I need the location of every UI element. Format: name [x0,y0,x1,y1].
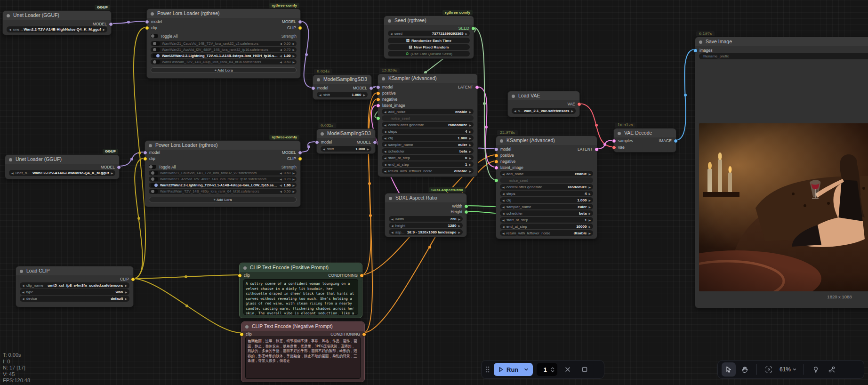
output-port-model[interactable] [369,86,373,90]
shift-widget[interactable]: ◀ shift 1.000 ▶ [317,92,368,97]
input-port-model[interactable] [143,151,147,155]
node-unet-loader-gguf-low[interactable]: GGUF Unet Loader (GGUF) MODEL ◀ unet_nam… [5,154,120,179]
lora-row[interactable]: Wan\Wan21_AccVid_I2V_480P_14B_lora_rank3… [149,176,297,182]
input-port-clip[interactable] [145,26,149,30]
node-canvas[interactable]: GGUF Unet Loader (GGUF) MODEL ◀ unet_nam… [0,0,868,385]
vae-name-widget[interactable]: ◀ va ... wan_2.1_vae.safetensors ▶ [512,108,576,114]
control-after-generate-widget[interactable]: ◀control after generaterandomize▶ [382,122,474,128]
toggle-all-row[interactable]: Toggle All Strength [151,33,297,39]
lora-row[interactable]: Wan\Wan21_CausVid_14B_T2V_lora_rank32_v2… [149,170,297,176]
pan-tool-button[interactable] [738,362,752,377]
use-last-queued-seed-button[interactable]: ♻ (Use Last Queued Seed) [388,51,470,56]
input-port-clip[interactable] [238,273,242,278]
input-port-model[interactable] [494,147,498,152]
start-at-step-widget[interactable]: ◀start_at_step1▶ [500,217,593,223]
count-down-icon[interactable] [551,370,555,372]
node-ksampler-advanced-1[interactable]: 13.039s KSampler (Advanced) model positi… [378,73,478,177]
node-load-clip[interactable]: Load CLIP CLIP ◀clip_nameumt5_xxl_fp8_e4… [16,266,134,307]
lora-row-enabled[interactable]: Wan\22\Wan2.2-Lightning_T2V-v1.1-A14B-4s… [151,53,297,58]
output-port-height[interactable] [464,210,468,214]
noise-seed-widget[interactable]: noise_seed [500,177,593,183]
lora-toggle[interactable] [151,183,158,187]
run-button[interactable]: Run [494,363,533,376]
lora-toggle[interactable] [153,41,160,46]
toggle-all-switch[interactable] [151,34,158,38]
select-tool-button[interactable] [722,362,736,377]
unet-name-widget[interactable]: ◀ unet_name Wan2.2-T2V-A14B-LowNoise-Q4_… [9,170,115,176]
output-port-latent[interactable] [595,147,599,152]
unet-name-widget[interactable]: ◀ unet_name Wan2.2-T2V-A14B-HighNoise-Q4… [7,26,107,32]
input-port-model[interactable] [315,140,319,144]
return-leftover-noise-widget[interactable]: ◀return_with_leftover_noisedisable▶ [382,168,474,174]
end-at-step-widget[interactable]: ◀end_at_step1▶ [382,161,474,167]
sampler-name-widget[interactable]: ◀sampler_nameeuler▶ [382,142,474,147]
positive-prompt-textarea[interactable]: A sultry scene of a confident woman loun… [243,279,358,315]
lora-toggle[interactable] [151,189,158,193]
seed-widget[interactable]: ◀ seed 737721899293365 ▶ [388,31,470,36]
steps-widget[interactable]: ◀steps4▶ [500,191,593,196]
input-port-negative[interactable] [494,160,498,164]
decrement-arrow-icon[interactable]: ◀ [9,28,11,31]
lora-toggle[interactable] [151,171,158,175]
end-at-step-widget[interactable]: ◀end_at_step10000▶ [500,224,593,229]
input-port-positive[interactable] [494,153,498,158]
input-port-clip[interactable] [143,157,147,161]
lora-row[interactable]: Wan\FastWan_T2V_14B_480p_lora_rank_64_bf… [149,189,297,194]
height-widget[interactable]: ◀height1280▶ [389,223,463,228]
output-port-seed[interactable] [471,26,475,31]
aspect-widget[interactable]: ◀asp...16:9 - 1920x1080 landscape▶ [389,229,463,235]
drag-handle[interactable] [485,366,490,373]
input-port-clip[interactable] [240,332,244,337]
cfg-widget[interactable]: ◀cfg1.000▶ [500,197,593,203]
input-port-positive[interactable] [376,91,380,96]
fit-view-button[interactable] [762,362,776,377]
node-save-image[interactable]: 0.197s Save Image images filename_prefix [695,37,868,308]
output-port-latent[interactable] [475,85,479,89]
start-at-step-widget[interactable]: ◀start_at_step0▶ [382,155,474,160]
input-port-latent-image[interactable] [376,104,380,108]
input-port-noise-seed[interactable] [376,116,380,120]
add-noise-widget[interactable]: ◀add_noiseenable▶ [382,109,474,114]
output-port-clip[interactable] [298,157,302,161]
output-port-model[interactable] [109,22,113,26]
output-port-model[interactable] [373,140,377,144]
sampler-name-widget[interactable]: ◀sampler_nameeuler▶ [500,204,593,209]
run-options-chevron-icon[interactable] [523,367,529,372]
add-noise-widget[interactable]: ◀add_noiseenable▶ [500,171,593,176]
input-port-model[interactable] [311,86,315,90]
stop-button[interactable] [578,363,591,376]
node-model-sampling-sd3-2[interactable]: 0.032s ModelSamplingSD3 model MODEL ◀ sh… [316,128,376,154]
node-seed-rgthree[interactable]: rgthree-comfy Seed (rgthree) SEED ◀ seed… [384,16,474,59]
shift-widget[interactable]: ◀ shift 1.000 ▶ [321,146,371,152]
node-power-lora-loader-high[interactable]: rgthree-comfy Power Lora Loader (rgthree… [146,8,301,79]
lora-toggle[interactable] [153,60,160,64]
add-lora-button[interactable]: + Add Lora [149,197,297,202]
new-fixed-random-button[interactable]: ⚄ New Fixed Random [388,44,470,50]
node-model-sampling-sd3-1[interactable]: 0.024s ModelSamplingSD3 model MODEL ◀ sh… [313,74,372,100]
output-port-conditioning[interactable] [362,332,366,337]
zoom-level-dropdown[interactable]: 61% [780,366,797,373]
return-leftover-noise-widget[interactable]: ◀return_with_leftover_noisedisable▶ [500,230,593,236]
node-ksampler-advanced-2[interactable]: 32.976s KSampler (Advanced) model positi… [496,136,597,239]
node-clip-text-encode-positive[interactable]: CLIP Text Encode (Positive Prompt) clip … [239,263,362,318]
input-port-negative[interactable] [376,97,380,102]
type-widget[interactable]: ◀typewan▶ [20,289,129,295]
input-port-noise-seed[interactable] [494,178,498,183]
lora-row[interactable]: Wan\Wan21_AccVid_I2V_480P_14B_lora_rank3… [151,47,297,52]
input-port-model[interactable] [376,85,380,89]
lora-row[interactable]: Wan\FastWan_T2V_14B_480p_lora_rank_64_bf… [151,59,297,64]
toggle-theme-button[interactable] [809,362,823,377]
output-port-image[interactable] [674,139,678,143]
increment-arrow-icon[interactable]: ▶ [103,28,105,31]
scheduler-widget[interactable]: ◀schedulerbeta▶ [382,148,474,154]
cfg-widget[interactable]: ◀cfg1.000▶ [382,135,474,141]
add-lora-button[interactable]: + Add Lora [151,67,297,73]
node-clip-text-encode-negative[interactable]: CLIP Text Encode (Negative Prompt) clip … [241,321,365,382]
input-port-samples[interactable] [612,139,616,143]
output-port-model[interactable] [298,151,302,155]
input-port-model[interactable] [145,20,149,24]
device-widget[interactable]: ◀devicedefault▶ [20,296,129,302]
filename-prefix-widget[interactable]: filename_prefix [699,53,868,59]
output-port-model[interactable] [117,165,121,169]
node-sdxl-aspect-ratio[interactable]: SDXLAspectRatio SDXL Aspect Ratio Width … [385,193,467,237]
